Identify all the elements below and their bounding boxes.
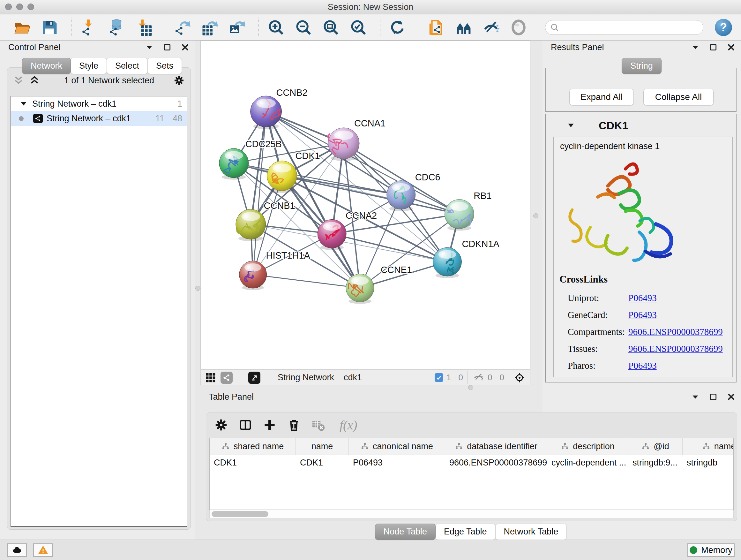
panel-float-button[interactable] <box>709 392 718 401</box>
edge-HIST1H1A-CCNE1[interactable] <box>253 274 360 288</box>
node-label-CCNE1: CCNE1 <box>381 265 412 275</box>
left-splitter-handle[interactable] <box>195 286 200 291</box>
network-canvas[interactable]: CCNB2CCNA1CDC25BCDK1CDC6RB1CCNB1CCNA2CDK… <box>200 41 530 370</box>
import-table-file-button[interactable] <box>134 18 152 37</box>
first-neighbors-icon <box>455 19 472 36</box>
panel-menu-button[interactable] <box>690 43 700 52</box>
show-all-button[interactable] <box>509 18 528 37</box>
node-HIST1H1A[interactable]: HIST1H1A <box>239 250 311 290</box>
zoom-fit-button[interactable] <box>322 18 340 37</box>
panel-float-button[interactable] <box>709 43 718 52</box>
delete-column-icon[interactable] <box>286 418 301 432</box>
panel-close-button[interactable] <box>726 43 736 52</box>
zoom-selected-button[interactable] <box>349 18 367 37</box>
panel-menu-button[interactable] <box>690 392 700 401</box>
expand-all-button[interactable]: Expand All <box>569 89 634 105</box>
right-splitter-handle[interactable] <box>533 213 538 219</box>
zoom-out-button[interactable] <box>294 18 313 37</box>
network-badge-icon[interactable] <box>220 372 232 384</box>
node-CCNB2[interactable]: CCNB2 <box>251 87 308 129</box>
tab-node-table[interactable]: Node Table <box>375 523 435 540</box>
help-button[interactable]: ? <box>715 19 732 36</box>
node-table[interactable]: shared namenamecanonical namedatabase id… <box>209 438 734 510</box>
column-header--id[interactable]: @id <box>628 438 683 455</box>
scrollbar-thumb[interactable] <box>212 511 268 517</box>
panel-menu-button[interactable] <box>145 43 154 52</box>
node-RB1[interactable]: RB1 <box>445 191 492 231</box>
search-box[interactable] <box>545 20 703 35</box>
table-horizontal-scrollbar[interactable] <box>209 510 734 518</box>
import-network-database-button[interactable] <box>107 18 125 37</box>
selected-nodes-checkbox[interactable] <box>434 373 443 382</box>
panel-float-button[interactable] <box>162 43 172 52</box>
tab-sets[interactable]: Sets <box>147 58 182 74</box>
panel-close-button[interactable] <box>180 43 190 52</box>
tab-edge-table[interactable]: Edge Table <box>435 523 495 540</box>
collapse-all-networks-icon[interactable] <box>13 75 24 86</box>
network-options-gear-icon[interactable] <box>173 75 185 86</box>
node-details-header[interactable]: CDK1 <box>546 114 736 137</box>
column-header-description[interactable]: description <box>547 438 628 455</box>
hidden-elements-icon <box>472 372 484 384</box>
search-input[interactable] <box>562 22 698 33</box>
column-header-namespace[interactable]: namespace <box>683 438 734 455</box>
column-header-database-identifier[interactable]: database identifier <box>445 438 547 455</box>
node-CCNE1[interactable]: CCNE1 <box>346 265 412 304</box>
annotations-button[interactable] <box>427 18 446 37</box>
collection-expand-icon[interactable] <box>19 100 28 108</box>
node-label-CCNB1: CCNB1 <box>264 200 295 211</box>
collapse-entry-icon[interactable] <box>567 121 575 130</box>
crosslink-value-link[interactable]: 9606.ENSP00000378699 <box>628 327 723 337</box>
first-neighbors-button[interactable] <box>455 18 473 37</box>
detach-view-icon[interactable] <box>248 372 260 384</box>
tab-style[interactable]: Style <box>71 58 107 74</box>
crosslink-row: Uniprot:P06493 <box>559 290 729 307</box>
network-edge-count: 48 <box>173 114 182 124</box>
node-CCNA2[interactable]: CCNA2 <box>318 210 377 250</box>
node-CDKN1A[interactable]: CDKN1A <box>433 239 500 278</box>
add-column-icon[interactable] <box>262 418 277 432</box>
birdseye-toggle-icon[interactable] <box>514 372 526 384</box>
column-header-shared-name[interactable]: shared name <box>210 438 296 455</box>
column-header-canonical-name[interactable]: canonical name <box>349 438 445 455</box>
refresh-view-button[interactable] <box>388 18 407 37</box>
crosslink-value-link[interactable]: P06493 <box>628 293 657 303</box>
tab-network[interactable]: Network <box>22 58 71 74</box>
export-image-button[interactable] <box>228 18 246 37</box>
horizontal-splitter-handle[interactable] <box>468 385 473 390</box>
open-session-icon <box>13 19 30 36</box>
annotations-icon <box>428 19 445 36</box>
import-network-file-button[interactable] <box>79 18 98 37</box>
column-header-name[interactable]: name <box>296 438 349 455</box>
node-CCNB1[interactable]: CCNB1 <box>236 200 295 241</box>
collapse-all-button[interactable]: Collapse All <box>643 89 714 105</box>
table-row[interactable]: CDK1CDK1P064939606.ENSP00000378699cyclin… <box>210 455 733 470</box>
crosslinks-title: CrossLinks <box>559 273 729 285</box>
crosslink-value-link[interactable]: P06493 <box>628 310 657 320</box>
tab-network-table[interactable]: Network Table <box>495 523 567 540</box>
grid-view-icon[interactable] <box>205 372 217 384</box>
zoom-in-icon <box>267 19 285 36</box>
expand-all-networks-icon[interactable] <box>29 75 40 86</box>
export-network-button[interactable] <box>173 18 192 37</box>
zoom-in-button[interactable] <box>267 18 285 37</box>
crosslink-value-link[interactable]: 9606.ENSP00000378699 <box>628 344 723 354</box>
string-network-graph[interactable]: CCNB2CCNA1CDC25BCDK1CDC6RB1CCNB1CCNA2CDK… <box>201 41 530 369</box>
network-row[interactable]: String Network – cdk1 11 48 <box>11 111 187 126</box>
crosslink-row: Pharos:P06493 <box>559 357 729 374</box>
hide-selected-button[interactable] <box>482 18 500 37</box>
open-session-button[interactable] <box>13 18 31 37</box>
collection-label: String Network – cdk1 <box>32 99 169 109</box>
warnings-button[interactable] <box>33 543 53 557</box>
cloud-services-button[interactable] <box>7 543 27 557</box>
show-columns-icon[interactable] <box>238 418 253 432</box>
network-collection-row[interactable]: String Network – cdk1 1 <box>11 97 187 111</box>
memory-button[interactable]: Memory <box>687 543 735 557</box>
table-settings-gear-icon[interactable] <box>214 418 228 432</box>
save-session-button[interactable] <box>40 18 59 37</box>
export-table-button[interactable] <box>200 18 219 37</box>
panel-close-button[interactable] <box>726 392 736 401</box>
crosslink-value-link[interactable]: P06493 <box>628 361 657 371</box>
tab-select[interactable]: Select <box>107 58 148 74</box>
tab-string[interactable]: String <box>622 58 662 74</box>
